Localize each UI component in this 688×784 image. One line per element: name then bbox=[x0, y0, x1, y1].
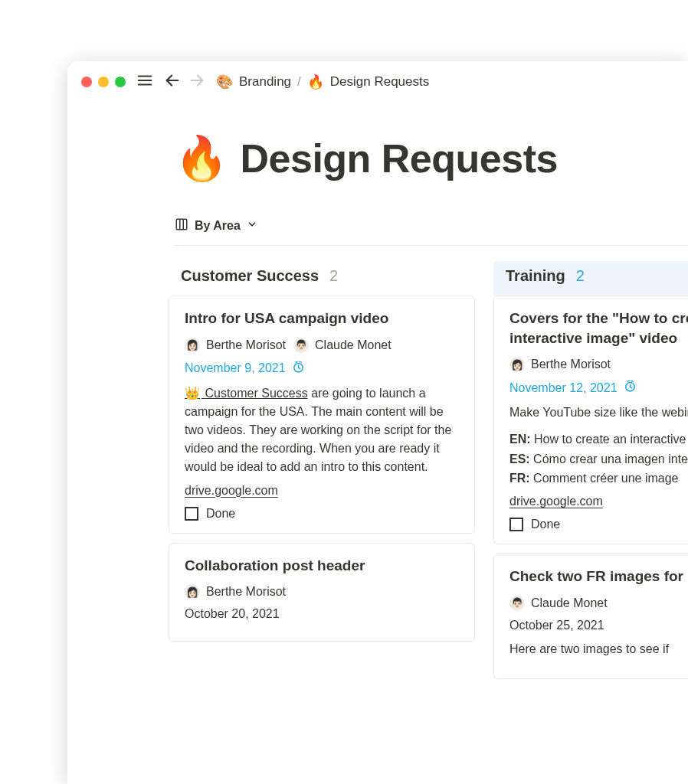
person: 👨🏻 Claude Monet bbox=[509, 596, 608, 611]
checkbox-icon[interactable] bbox=[509, 518, 523, 531]
card-people: 👩🏻 Berthe Morisot bbox=[509, 357, 688, 372]
date-text: October 25, 2021 bbox=[509, 619, 604, 632]
card-covers-howto[interactable]: Covers for the "How to create an interac… bbox=[493, 296, 688, 544]
column-count: 2 bbox=[576, 267, 585, 285]
card-title: Intro for USA campaign video bbox=[185, 309, 459, 328]
person-name: Claude Monet bbox=[531, 596, 608, 610]
card-title: Covers for the "How to create an interac… bbox=[509, 309, 688, 348]
breadcrumb-separator: / bbox=[297, 74, 301, 90]
person: 👨🏻 Claude Monet bbox=[293, 338, 392, 353]
done-checkbox-row[interactable]: Done bbox=[509, 518, 688, 531]
window-controls bbox=[81, 77, 126, 87]
breadcrumb-parent[interactable]: Branding bbox=[239, 74, 291, 90]
svg-line-11 bbox=[296, 361, 297, 362]
person-name: Berthe Morisot bbox=[206, 585, 286, 599]
column-title: Customer Success bbox=[181, 267, 319, 285]
svg-line-10 bbox=[298, 368, 300, 368]
view-switcher[interactable]: By Area bbox=[175, 217, 688, 245]
person: 👩🏻 Berthe Morisot bbox=[185, 584, 286, 599]
breadcrumb-current[interactable]: Design Requests bbox=[330, 74, 429, 90]
svg-rect-5 bbox=[176, 219, 187, 230]
back-arrow-icon[interactable] bbox=[164, 72, 181, 92]
card-body-intro: Make YouTube size like the webinar, but … bbox=[509, 403, 688, 422]
svg-line-17 bbox=[631, 381, 632, 382]
done-checkbox-row[interactable]: Done bbox=[185, 507, 459, 521]
card-link[interactable]: drive.google.com bbox=[509, 495, 688, 508]
card-title: Collaboration post header bbox=[185, 556, 459, 576]
avatar-icon: 👨🏻 bbox=[293, 338, 309, 353]
column-training: Training 2 Covers for the "How to create… bbox=[493, 261, 688, 688]
card-check-fr[interactable]: Check two FR images for 👨🏻 Claude Monet … bbox=[493, 554, 688, 679]
minimize-window-icon[interactable] bbox=[98, 77, 109, 87]
breadcrumb: 🎨 Branding / 🔥 Design Requests bbox=[216, 74, 429, 90]
chevron-down-icon bbox=[247, 219, 257, 233]
avatar-icon: 👩🏻 bbox=[185, 338, 200, 353]
page-title-emoji: 🔥 bbox=[175, 133, 228, 184]
done-label: Done bbox=[531, 518, 560, 531]
date-text: October 20, 2021 bbox=[185, 607, 280, 621]
hamburger-icon[interactable] bbox=[136, 72, 153, 92]
breadcrumb-current-emoji: 🔥 bbox=[307, 74, 324, 90]
card-body: Here are two images to see if bbox=[509, 640, 688, 658]
svg-line-12 bbox=[300, 361, 301, 362]
card-people: 👨🏻 Claude Monet bbox=[509, 596, 688, 611]
card-collab-post[interactable]: Collaboration post header 👩🏻 Berthe Mori… bbox=[169, 543, 475, 642]
date-text: November 9, 2021 bbox=[185, 361, 286, 375]
card-link[interactable]: drive.google.com bbox=[185, 484, 459, 498]
column-count: 2 bbox=[329, 267, 338, 285]
card-intro-usa[interactable]: Intro for USA campaign video 👩🏻 Berthe M… bbox=[169, 296, 475, 534]
app-window: 🎨 Branding / 🔥 Design Requests 🔥 Design … bbox=[67, 61, 688, 784]
maximize-window-icon[interactable] bbox=[115, 77, 126, 87]
person: 👩🏻 Berthe Morisot bbox=[509, 357, 611, 372]
checkbox-icon[interactable] bbox=[185, 507, 198, 521]
card-people: 👩🏻 Berthe Morisot bbox=[185, 584, 459, 599]
column-title: Training bbox=[506, 267, 565, 285]
page-content: 🔥 Design Requests By Area Customer Succe… bbox=[67, 103, 688, 688]
date-text: November 12, 2021 bbox=[509, 381, 618, 395]
card-date: November 9, 2021 bbox=[185, 361, 459, 377]
page-title-text: Design Requests bbox=[241, 136, 558, 181]
card-body: 👑 Customer Success are going to launch a… bbox=[185, 384, 459, 476]
card-date: November 12, 2021 bbox=[509, 380, 688, 396]
card-people: 👩🏻 Berthe Morisot 👨🏻 Claude Monet bbox=[185, 338, 459, 353]
person-name: Claude Monet bbox=[315, 338, 392, 352]
board: Customer Success 2 Intro for USA campaig… bbox=[169, 246, 688, 688]
svg-line-16 bbox=[627, 381, 628, 382]
clock-icon bbox=[292, 361, 305, 377]
avatar-icon: 👨🏻 bbox=[509, 596, 525, 611]
page-title: 🔥 Design Requests bbox=[175, 133, 688, 184]
board-icon bbox=[175, 217, 188, 234]
column-header[interactable]: Training 2 bbox=[493, 261, 688, 296]
person: 👩🏻 Berthe Morisot bbox=[185, 338, 286, 353]
forward-arrow-icon[interactable] bbox=[188, 72, 205, 92]
person-name: Berthe Morisot bbox=[531, 358, 611, 371]
titlebar: 🎨 Branding / 🔥 Design Requests bbox=[67, 61, 688, 103]
column-header[interactable]: Customer Success 2 bbox=[169, 261, 475, 296]
card-date: October 20, 2021 bbox=[185, 607, 459, 621]
avatar-icon: 👩🏻 bbox=[185, 584, 200, 599]
card-date: October 25, 2021 bbox=[509, 619, 688, 632]
close-window-icon[interactable] bbox=[81, 77, 92, 87]
breadcrumb-parent-emoji: 🎨 bbox=[216, 74, 233, 90]
page-mention[interactable]: 👑 Customer Success bbox=[185, 387, 308, 400]
avatar-icon: 👩🏻 bbox=[509, 357, 525, 372]
view-label: By Area bbox=[195, 219, 241, 233]
done-label: Done bbox=[206, 507, 235, 521]
person-name: Berthe Morisot bbox=[206, 338, 286, 352]
column-customer-success: Customer Success 2 Intro for USA campaig… bbox=[169, 261, 475, 688]
language-list: EN: How to create an interactive ES: Cóm… bbox=[509, 430, 688, 488]
svg-line-15 bbox=[630, 387, 631, 387]
card-title: Check two FR images for bbox=[509, 567, 688, 586]
nav-arrows bbox=[164, 72, 205, 92]
clock-icon bbox=[624, 380, 637, 396]
